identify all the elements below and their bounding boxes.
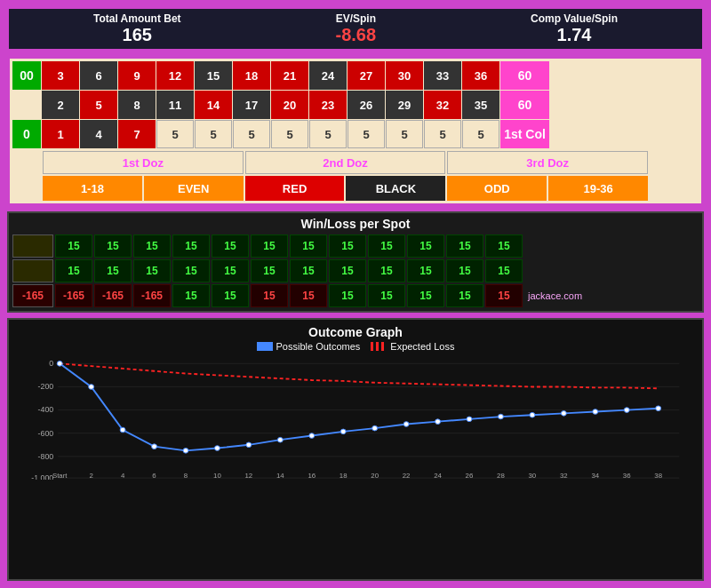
svg-text:Start: Start: [52, 472, 68, 480]
num-17[interactable]: 17: [233, 91, 270, 119]
svg-point-27: [530, 412, 535, 417]
bet-red[interactable]: RED: [245, 176, 345, 201]
num-1[interactable]: 1: [42, 120, 79, 148]
num-32[interactable]: 32: [424, 91, 461, 119]
svg-text:26: 26: [466, 472, 474, 480]
svg-text:38: 38: [654, 472, 662, 480]
wl-r1-c5: 15: [212, 234, 249, 258]
col-bet-2[interactable]: 60: [500, 91, 549, 119]
num-4[interactable]: 4: [80, 120, 117, 148]
num-21[interactable]: 21: [271, 61, 308, 90]
dozen-3[interactable]: 3rd Doz: [447, 151, 648, 174]
wl-r3-c3: -165: [133, 284, 171, 307]
wl-r2-c7: 15: [290, 259, 327, 282]
bet-31[interactable]: 5: [424, 120, 461, 148]
winloss-section: Win/Loss per Spot 15 15 15 15 15 15 15 1…: [7, 211, 704, 313]
wl-r1-c8: 15: [329, 234, 366, 258]
graph-legend: Possible Outcomes Expected Loss: [14, 341, 697, 352]
num-9[interactable]: 9: [118, 61, 156, 90]
wl-r3-c6: 15: [251, 284, 288, 307]
wl-r1-c2: 15: [94, 234, 132, 258]
num-5[interactable]: 5: [80, 91, 117, 119]
num-15[interactable]: 15: [195, 61, 232, 90]
num-35[interactable]: 35: [462, 91, 499, 119]
bet-19-36[interactable]: 19-36: [548, 176, 648, 201]
total-bet-stat: Total Amount Bet 165: [93, 12, 181, 45]
total-bet-value: 165: [123, 25, 152, 45]
svg-text:-400: -400: [38, 406, 54, 415]
zero-0[interactable]: 0: [12, 120, 41, 148]
svg-text:32: 32: [560, 472, 568, 480]
num-20[interactable]: 20: [271, 91, 308, 119]
wl-r2-c1: 15: [55, 259, 92, 282]
col-bet-1[interactable]: 1st Col: [500, 120, 549, 148]
wl-row-2: 15 15 15 15 15 15 15 15 15 15 15 15: [12, 259, 699, 282]
legend-expected-label: Expected Loss: [390, 341, 454, 352]
bet-25[interactable]: 5: [348, 120, 385, 148]
num-36[interactable]: 36: [462, 61, 499, 90]
wl-r2-c12: 15: [485, 259, 523, 282]
bet-even[interactable]: EVEN: [144, 176, 244, 201]
bet-black[interactable]: BLACK: [346, 176, 445, 201]
stats-bar: Total Amount Bet 165 EV/Spin -8.68 Comp …: [7, 7, 704, 51]
wl-r1-c10: 15: [407, 234, 444, 258]
bet-19[interactable]: 5: [271, 120, 308, 148]
num-23[interactable]: 23: [309, 91, 347, 119]
svg-text:18: 18: [340, 472, 348, 480]
svg-point-13: [89, 385, 94, 390]
num-3[interactable]: 3: [42, 61, 79, 90]
wl-r2-c5: 15: [212, 259, 249, 282]
num-7[interactable]: 7: [118, 120, 156, 148]
num-12[interactable]: 12: [156, 61, 194, 90]
col-bet-3[interactable]: 60: [500, 61, 549, 90]
svg-text:2: 2: [89, 472, 92, 480]
wl-side-1: [12, 234, 53, 258]
dozen-1[interactable]: 1st Doz: [43, 151, 244, 174]
svg-point-30: [624, 408, 629, 413]
wl-r2-c10: 15: [407, 259, 444, 282]
num-29[interactable]: 29: [386, 91, 423, 119]
bet-1-18[interactable]: 1-18: [43, 176, 142, 201]
legend-possible-label: Possible Outcomes: [276, 341, 361, 352]
num-18[interactable]: 18: [233, 61, 270, 90]
num-27[interactable]: 27: [348, 61, 385, 90]
svg-point-17: [214, 446, 220, 451]
svg-text:-800: -800: [38, 452, 54, 461]
svg-text:8: 8: [184, 472, 188, 480]
num-6[interactable]: 6: [80, 61, 117, 90]
num-8[interactable]: 8: [118, 91, 156, 119]
num-30[interactable]: 30: [386, 61, 423, 90]
svg-point-15: [152, 444, 157, 449]
bet-10[interactable]: 5: [156, 120, 194, 148]
num-11[interactable]: 11: [156, 91, 194, 119]
bottom-spacer: [12, 176, 41, 201]
bet-28[interactable]: 5: [386, 120, 423, 148]
wl-grid: 15 15 15 15 15 15 15 15 15 15 15 15 15 1…: [12, 234, 699, 307]
num-2[interactable]: 2: [42, 91, 79, 119]
wl-r3-c9: 15: [368, 284, 405, 307]
wl-r2-c4: 15: [172, 259, 210, 282]
svg-point-31: [656, 406, 661, 411]
wl-r2-c3: 15: [133, 259, 171, 282]
num-24[interactable]: 24: [309, 61, 347, 90]
bet-odd[interactable]: ODD: [447, 176, 547, 201]
grid-row-3: 0 1 4 7 5 5 5 5 5 5 5 5 5 1st Col: [12, 120, 699, 148]
dozens-spacer: [12, 151, 41, 174]
bet-13[interactable]: 5: [195, 120, 232, 148]
svg-point-26: [498, 414, 503, 419]
num-33[interactable]: 33: [424, 61, 461, 90]
zero-00[interactable]: 00: [12, 61, 41, 90]
svg-text:16: 16: [308, 472, 316, 480]
num-26[interactable]: 26: [348, 91, 385, 119]
bet-16[interactable]: 5: [233, 120, 270, 148]
dozen-2[interactable]: 2nd Doz: [245, 151, 446, 174]
ev-value: -8.68: [336, 25, 377, 45]
main-container: Total Amount Bet 165 EV/Spin -8.68 Comp …: [0, 0, 711, 588]
legend-box-blue: [257, 342, 273, 351]
svg-point-14: [120, 427, 125, 433]
wl-r3-c5: 15: [212, 284, 249, 307]
bet-22[interactable]: 5: [309, 120, 347, 148]
num-14[interactable]: 14: [195, 91, 232, 119]
bet-34[interactable]: 5: [462, 120, 499, 148]
wl-r2-c6: 15: [251, 259, 288, 282]
